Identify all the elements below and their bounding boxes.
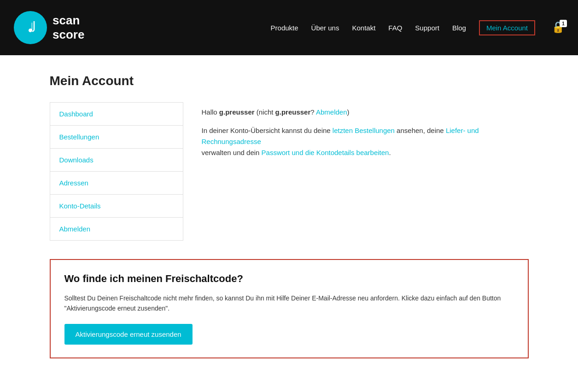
nav-mein-account[interactable]: Mein Account [479,20,535,35]
sidebar-item-dashboard[interactable]: Dashboard [50,103,183,126]
sidebar-item-konto-details[interactable]: Konto-Details [50,195,183,218]
last-orders-link[interactable]: letzten Bestellungen [333,127,395,134]
username2-bold: g.preusser [275,108,311,116]
logo-link[interactable]: scan score [14,11,84,44]
sidebar-item-abmelden[interactable]: Abmelden [50,218,183,240]
freischaltcode-description: Solltest Du Deinen Freischaltcode nicht … [64,293,514,314]
abmelden-link[interactable]: Abmelden [316,108,347,116]
username-bold: g.preusser [219,108,255,116]
sidebar-item-adressen[interactable]: Adressen [50,172,183,195]
aktivierung-button[interactable]: Aktivierungscode erneut zusenden [64,324,193,345]
greeting-text: Hallo g.preusser (nicht g.preusser? Abme… [202,107,529,118]
freischaltcode-title: Wo finde ich meinen Freischaltcode? [64,273,514,285]
nav-produkte[interactable]: Produkte [271,24,298,32]
cart-icon[interactable]: 🔓 1 [552,22,564,34]
sidebar-nav: Dashboard Bestellungen Downloads Adresse… [50,102,183,241]
page-title: Mein Account [50,74,529,88]
nav-support[interactable]: Support [415,24,439,32]
password-link[interactable]: Passwort und die Kontodetails bearbeiten [262,149,389,156]
logo-icon [14,11,47,44]
info-text: In deiner Konto-Übersicht kannst du dein… [202,125,529,158]
nav-uber-uns[interactable]: Über uns [311,24,339,32]
sidebar-item-bestellungen[interactable]: Bestellungen [50,126,183,149]
sidebar-item-downloads[interactable]: Downloads [50,149,183,172]
header: scan score Produkte Über uns Kontakt FAQ… [0,0,578,55]
nav-blog[interactable]: Blog [452,24,466,32]
main-content: Mein Account Dashboard Bestellungen Down… [36,55,543,377]
nav-kontakt[interactable]: Kontakt [352,24,375,32]
logo-text: scan score [53,13,84,42]
account-layout: Dashboard Bestellungen Downloads Adresse… [50,102,529,241]
svg-point-0 [20,17,41,38]
cart-badge: 1 [560,20,567,27]
nav-faq[interactable]: FAQ [388,24,402,32]
freischaltcode-box: Wo finde ich meinen Freischaltcode? Soll… [50,259,529,358]
dashboard-content: Hallo g.preusser (nicht g.preusser? Abme… [202,102,529,241]
main-nav: Produkte Über uns Kontakt FAQ Support Bl… [271,20,564,35]
